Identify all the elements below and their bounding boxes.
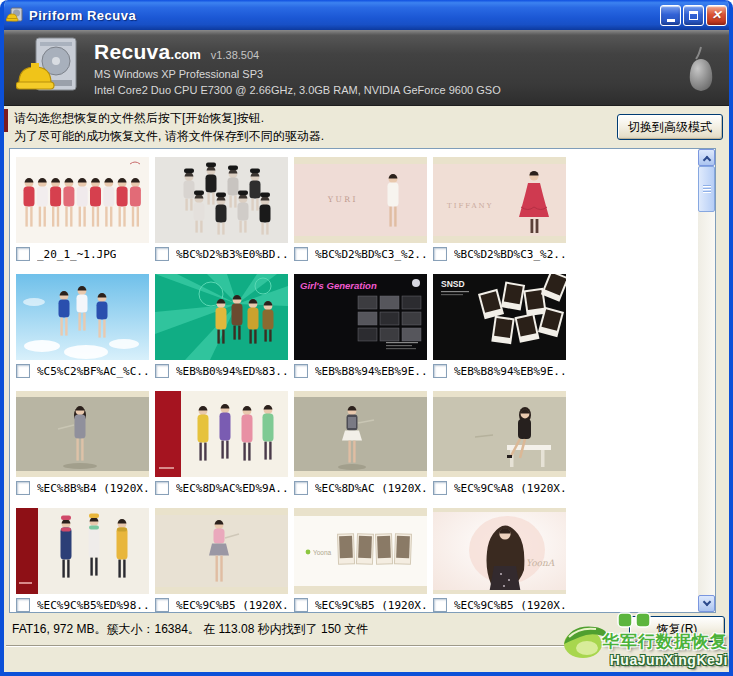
file-checkbox[interactable] [294, 247, 308, 261]
file-checkbox[interactable] [155, 364, 169, 378]
file-thumbnail[interactable] [155, 391, 288, 477]
brand-recuva: Recuva [94, 40, 171, 64]
file-checkbox[interactable] [294, 481, 308, 495]
svg-text:Girl's Generation: Girl's Generation [300, 280, 377, 291]
hardware-info: Intel Core2 Duo CPU E7300 @ 2.66GHz, 3.0… [94, 84, 501, 96]
file-thumbnail[interactable]: YoonA [433, 508, 566, 594]
file-name: %EC%9C%A8 (1920X... [454, 482, 566, 495]
minimize-icon [667, 19, 675, 22]
instruction-line-2: 为了尽可能的成功恢复文件, 请将文件保存到不同的驱动器. [14, 127, 324, 145]
file-item: %EB%B0%94%ED%83... [155, 274, 288, 378]
file-thumbnail[interactable] [155, 274, 288, 360]
status-text: FAT16, 972 MB。簇大小：16384。 在 113.08 秒内找到了 … [4, 621, 368, 638]
file-checkbox[interactable] [155, 481, 169, 495]
maximize-button[interactable] [683, 5, 704, 26]
file-name: _20_1_~1.JPG [37, 248, 116, 261]
file-checkbox[interactable] [433, 364, 447, 378]
file-list: _20_1_~1.JPG%BC%D2%B3%E0%BD...YURI%BC%D2… [9, 148, 716, 613]
file-thumbnail[interactable] [294, 391, 427, 477]
file-row: %EC%9C%A8 (1920X... [433, 481, 566, 495]
file-name: %EC%8B%B4 (1920X... [37, 482, 149, 495]
header-banner: Recuva.com v1.38.504 MS Windows XP Profe… [4, 30, 729, 106]
file-item: Girl's Generation%EB%B8%94%EB%9E... [294, 274, 427, 378]
file-row: %EB%B0%94%ED%83... [155, 364, 288, 378]
pear-logo-icon [687, 45, 715, 97]
scrollbar-thumb[interactable] [698, 166, 715, 212]
file-checkbox[interactable] [155, 598, 169, 612]
file-thumbnail[interactable]: YURI [294, 157, 427, 243]
file-thumbnail[interactable] [16, 274, 149, 360]
file-name: %C5%C2%BF%AC_%C... [37, 365, 149, 378]
file-checkbox[interactable] [16, 247, 30, 261]
file-checkbox[interactable] [433, 247, 447, 261]
file-checkbox[interactable] [433, 598, 447, 612]
file-item: %EC%9C%B5%ED%98... [16, 508, 149, 612]
file-name: %EC%9C%B5 (1920X... [315, 599, 427, 612]
recuva-window: Piriform Recuva ✕ Recuva.com v1.38.504 [0, 0, 733, 676]
close-button[interactable]: ✕ [706, 5, 727, 26]
app-icon [6, 6, 24, 24]
minimize-button[interactable] [660, 5, 681, 26]
bottom-strip [4, 647, 729, 672]
brand-suffix: .com [171, 47, 201, 62]
file-item: %EC%8D%AC (1920X... [294, 391, 427, 495]
file-thumbnail[interactable] [16, 391, 149, 477]
file-row: %BC%D2%B3%E0%BD... [155, 247, 288, 261]
file-row: %BC%D2%BD%C3_%2... [294, 247, 427, 261]
file-checkbox[interactable] [16, 481, 30, 495]
file-item: %BC%D2%B3%E0%BD... [155, 157, 288, 261]
watermark-bubbles-icon [617, 612, 651, 632]
window-title: Piriform Recuva [29, 8, 136, 23]
os-info: MS Windows XP Professional SP3 [94, 68, 501, 80]
svg-text:YURI: YURI [327, 195, 358, 204]
file-thumbnail[interactable]: TIFFANY [433, 157, 566, 243]
file-row: %EB%B8%94%EB%9E... [294, 364, 427, 378]
file-thumbnail[interactable] [155, 157, 288, 243]
file-thumbnail[interactable] [155, 508, 288, 594]
file-thumbnail[interactable]: SNSD [433, 274, 566, 360]
file-item: %EC%9C%B5 (1920X... [155, 508, 288, 612]
file-checkbox[interactable] [294, 598, 308, 612]
file-item: _20_1_~1.JPG [16, 157, 149, 261]
file-name: %EC%9C%B5 (1920X... [176, 599, 288, 612]
file-row: %EC%8B%B4 (1920X... [16, 481, 149, 495]
file-item: YURI%BC%D2%BD%C3_%2... [294, 157, 427, 261]
file-item: YoonA%EC%9C%B5 (1920X... [433, 508, 566, 612]
file-name: %EC%8D%AC%ED%9A... [176, 482, 288, 495]
file-row: %EC%8D%AC (1920X... [294, 481, 427, 495]
file-checkbox[interactable] [155, 247, 169, 261]
svg-text:Yoona: Yoona [313, 549, 332, 556]
scroll-up-button[interactable] [698, 149, 715, 166]
file-row: %EB%B8%94%EB%9E... [433, 364, 566, 378]
file-checkbox[interactable] [16, 598, 30, 612]
file-item: %EC%8B%B4 (1920X... [16, 391, 149, 495]
file-thumbnail[interactable] [16, 157, 149, 243]
file-row: %EC%9C%B5 (1920X... [433, 598, 566, 612]
file-thumbnail[interactable]: Yoona [294, 508, 427, 594]
instruction-line-1: 请勾选您想恢复的文件然后按下[开始恢复]按钮. [14, 109, 324, 127]
file-name: %BC%D2%BD%C3_%2... [454, 248, 566, 261]
maximize-icon [689, 11, 698, 20]
file-checkbox[interactable] [16, 364, 30, 378]
file-thumbnail[interactable]: Girl's Generation [294, 274, 427, 360]
file-row: %EC%8D%AC%ED%9A... [155, 481, 288, 495]
file-checkbox[interactable] [294, 364, 308, 378]
svg-text:TIFFANY: TIFFANY [447, 202, 493, 210]
file-name: %BC%D2%BD%C3_%2... [315, 248, 427, 261]
chevron-down-icon [702, 598, 710, 606]
file-name: %BC%D2%B3%E0%BD... [176, 248, 288, 261]
file-item: Yoona%EC%9C%B5 (1920X... [294, 508, 427, 612]
vertical-scrollbar[interactable] [698, 149, 715, 612]
titlebar[interactable]: Piriform Recuva ✕ [0, 0, 733, 30]
file-name: %EB%B8%94%EB%9E... [315, 365, 427, 378]
close-icon: ✕ [711, 9, 721, 21]
file-name: %EB%B8%94%EB%9E... [454, 365, 566, 378]
scroll-down-button[interactable] [698, 595, 715, 612]
brand-line: Recuva.com v1.38.504 [94, 40, 501, 64]
switch-advanced-mode-button[interactable]: 切换到高级模式 [617, 114, 723, 140]
file-thumbnail[interactable] [16, 508, 149, 594]
instruction-bar: 请勾选您想恢复的文件然后按下[开始恢复]按钮. 为了尽可能的成功恢复文件, 请将… [4, 106, 729, 148]
chevron-up-icon [702, 155, 710, 163]
file-checkbox[interactable] [433, 481, 447, 495]
file-thumbnail[interactable] [433, 391, 566, 477]
